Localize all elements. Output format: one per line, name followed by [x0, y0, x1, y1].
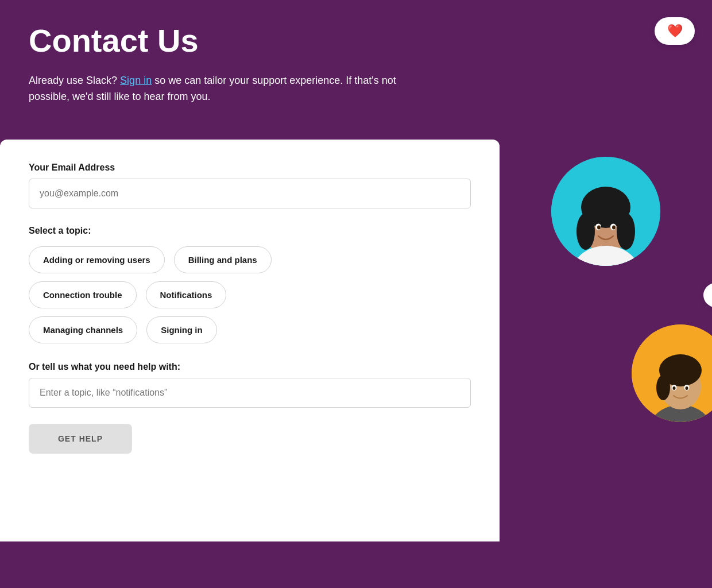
svg-point-17 — [656, 375, 670, 400]
topic-chip-adding-removing[interactable]: Adding or removing users — [29, 246, 165, 273]
help-input[interactable] — [29, 378, 471, 408]
svg-point-20 — [673, 386, 676, 390]
subtitle-part1: Already use Slack? — [29, 75, 117, 86]
svg-point-10 — [612, 226, 616, 230]
heart-emoji: ❤️ — [667, 24, 683, 38]
right-panel: 🤲 — [500, 140, 712, 541]
avatar-2 — [632, 324, 712, 422]
svg-point-21 — [686, 386, 688, 390]
header-section: Contact Us Already use Slack? Sign in so… — [0, 0, 712, 140]
topics-row-3: Managing channels Signing in — [29, 316, 471, 343]
avatar-person-2-svg — [632, 324, 712, 422]
svg-point-5 — [576, 213, 595, 250]
emoji-bubble: 🤲 — [703, 283, 712, 307]
avatar-1 — [551, 157, 660, 266]
email-input[interactable] — [29, 179, 471, 208]
svg-point-6 — [617, 213, 635, 250]
topics-row-1: Adding or removing users Billing and pla… — [29, 246, 471, 273]
avatar-person-1-svg — [551, 157, 660, 266]
sign-in-link[interactable]: Sign in — [120, 75, 152, 86]
topics-row-2: Connection trouble Notifications — [29, 281, 471, 308]
svg-point-9 — [597, 226, 601, 230]
email-label: Your Email Address — [29, 163, 471, 173]
help-label: Or tell us what you need help with: — [29, 362, 471, 372]
topic-chip-managing-channels[interactable]: Managing channels — [29, 316, 137, 343]
main-content-wrapper: Your Email Address Select a topic: Addin… — [0, 140, 712, 541]
emoji-bubble-wrapper: 🤲 — [703, 283, 712, 307]
get-help-button[interactable]: GET HELP — [29, 424, 132, 454]
topic-chip-connection-trouble[interactable]: Connection trouble — [29, 281, 137, 308]
topic-chip-notifications[interactable]: Notifications — [146, 281, 227, 308]
topic-chip-signing-in[interactable]: Signing in — [146, 316, 217, 343]
heart-badge: ❤️ — [655, 17, 695, 45]
topic-label: Select a topic: — [29, 226, 471, 236]
subtitle-text: Already use Slack? Sign in so we can tai… — [29, 72, 396, 106]
form-card: Your Email Address Select a topic: Addin… — [0, 140, 500, 541]
page-title: Contact Us — [29, 23, 683, 59]
topics-grid: Adding or removing users Billing and pla… — [29, 246, 471, 343]
topic-chip-billing-plans[interactable]: Billing and plans — [174, 246, 272, 273]
